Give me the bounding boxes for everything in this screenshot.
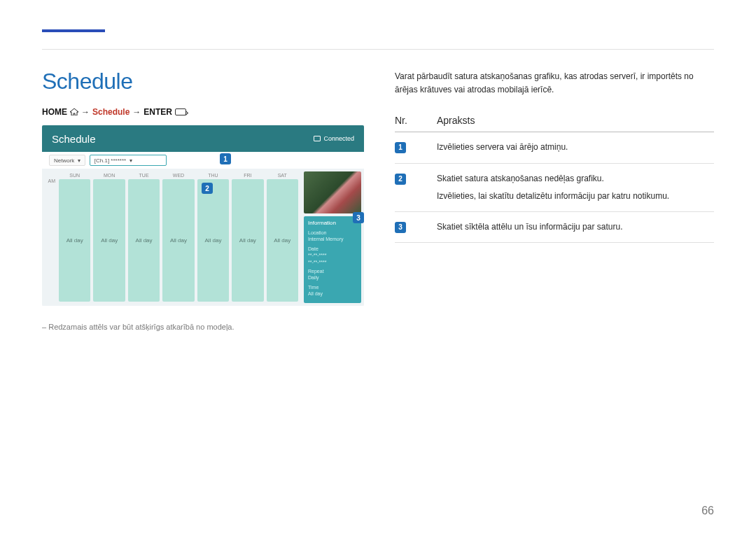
mock-status: Connected bbox=[314, 135, 354, 142]
mock-info-card: Information Location Internal Memory Dat… bbox=[304, 216, 361, 303]
mock-header: Schedule Connected bbox=[42, 125, 364, 152]
schedule-screenshot: Schedule Connected Network ▾ [Ch.1] ****… bbox=[42, 125, 364, 306]
breadcrumb-arrow: → bbox=[81, 107, 90, 117]
left-column: Schedule HOME → Schedule → ENTER Schedul… bbox=[42, 69, 364, 331]
callout-badge-2: 2 bbox=[202, 183, 213, 194]
monitor-icon bbox=[314, 136, 321, 141]
right-column: Varat pārbaudīt satura atskaņošanas graf… bbox=[395, 69, 714, 331]
breadcrumb: HOME → Schedule → ENTER bbox=[42, 107, 364, 117]
th-apraksts: Apraksts bbox=[437, 115, 475, 126]
top-accent-bar bbox=[42, 29, 105, 32]
mock-dd-channel: [Ch.1] ******* ▾ bbox=[90, 155, 167, 166]
row-desc: Izvēlieties servera vai ārējo atmiņu. bbox=[437, 141, 714, 154]
table-row: 3 Skatiet sīktēla attēlu un īsu informāc… bbox=[395, 212, 714, 243]
mock-grid: SUNAll day MONAll day TUEAll day WEDAll … bbox=[57, 169, 302, 306]
th-nr: Nr. bbox=[395, 115, 437, 126]
callout-badge-1: 1 bbox=[220, 153, 231, 164]
mock-thumbnail bbox=[304, 171, 361, 213]
horizontal-rule bbox=[42, 49, 714, 50]
mock-subbar: Network ▾ [Ch.1] ******* ▾ bbox=[42, 152, 364, 169]
row-desc: Skatiet satura atskaņošanas nedēļas graf… bbox=[437, 172, 714, 203]
mock-timecol: AM bbox=[42, 169, 57, 306]
mock-status-text: Connected bbox=[323, 135, 354, 142]
table-row: 2 Skatiet satura atskaņošanas nedēļas gr… bbox=[395, 164, 714, 212]
mock-title: Schedule bbox=[52, 133, 96, 145]
page-number: 66 bbox=[701, 505, 714, 517]
image-caption: Redzamais attēls var būt atšķirīgs atkar… bbox=[42, 323, 364, 331]
mock-dd-network: Network ▾ bbox=[49, 155, 85, 166]
breadcrumb-schedule-label: Schedule bbox=[92, 107, 130, 117]
callout-badge-3: 3 bbox=[353, 212, 364, 223]
table-row: 1 Izvēlieties servera vai ārējo atmiņu. bbox=[395, 132, 714, 163]
row-badge: 3 bbox=[395, 222, 406, 233]
mock-side-panel: Information Location Internal Memory Dat… bbox=[302, 169, 364, 306]
enter-icon bbox=[175, 108, 186, 115]
row-badge: 1 bbox=[395, 142, 406, 153]
table-header: Nr. Apraksts bbox=[395, 115, 714, 132]
page-title: Schedule bbox=[42, 69, 364, 94]
breadcrumb-home-label: HOME bbox=[42, 107, 67, 117]
breadcrumb-enter-label: ENTER bbox=[144, 107, 172, 117]
row-desc: Skatiet sīktēla attēlu un īsu informācij… bbox=[437, 220, 714, 234]
breadcrumb-arrow: → bbox=[132, 107, 141, 117]
intro-text: Varat pārbaudīt satura atskaņošanas graf… bbox=[395, 70, 714, 97]
row-badge: 2 bbox=[395, 174, 406, 185]
home-icon bbox=[70, 108, 78, 115]
